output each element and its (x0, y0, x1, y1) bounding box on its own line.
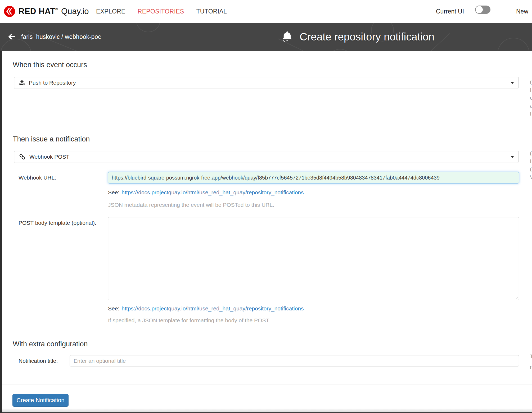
webhook-see-line: See:https://docs.projectquay.io/html/use… (108, 189, 304, 196)
nav-link-tutorial[interactable]: TUTORIAL (196, 8, 227, 15)
clipped-text-fragment: t (530, 364, 531, 371)
chevron-down-icon (511, 156, 514, 158)
quay-logo-icon (4, 6, 15, 17)
nav-link-repositories[interactable]: REPOSITORIES (138, 8, 184, 15)
header-title-group: Create repository notification (282, 23, 434, 51)
breadcrumb[interactable]: faris_huskovic / webhook-poc (21, 33, 101, 40)
page: RED HAT® Quay.io EXPLORE REPOSITORIES TU… (0, 0, 532, 413)
webhook-docs-link[interactable]: https://docs.projectquay.io/html/use_red… (121, 189, 304, 195)
footer-divider (2, 384, 532, 384)
event-select-value: Push to Repository (29, 80, 76, 86)
clipped-text-fragment: I (530, 158, 531, 164)
notification-title-input[interactable] (70, 355, 519, 366)
left-edge-strip (0, 51, 2, 413)
clipped-text-fragment: I (530, 111, 531, 117)
ui-version-toggle[interactable] (475, 6, 490, 14)
clipped-text-fragment: V (530, 174, 532, 180)
clipped-text-fragment: ( (530, 79, 532, 85)
upload-icon (19, 80, 25, 86)
clipped-text-fragment: e (530, 95, 532, 101)
clipped-text-fragment: ( (530, 166, 532, 172)
notification-method-value: Webhook POST (29, 154, 69, 160)
footer-gradient (2, 409, 532, 412)
extra-section-heading: With extra configuration (13, 340, 88, 348)
notification-method-select[interactable]: Webhook POST (14, 151, 519, 163)
nav-link-explore[interactable]: EXPLORE (96, 8, 125, 15)
page-title: Create repository notification (300, 31, 434, 43)
bell-icon (282, 30, 293, 43)
see-prefix: See: (108, 305, 119, 311)
back-arrow-icon[interactable] (8, 33, 15, 40)
post-body-label: POST body template (optional): (19, 220, 96, 226)
post-body-see-line: See:https://docs.projectquay.io/html/use… (108, 305, 304, 312)
see-prefix: See: (108, 189, 119, 195)
post-body-docs-link[interactable]: https://docs.projectquay.io/html/use_red… (121, 305, 304, 311)
create-notification-button[interactable]: Create Notification (12, 394, 69, 407)
post-body-help-text: If specified, a JSON template for format… (108, 317, 269, 324)
notification-title-label: Notification title: (19, 355, 58, 366)
clipped-text-fragment: a (530, 103, 532, 109)
clipped-text-fragment: I (530, 87, 531, 93)
brand-redhat-text: RED HAT® (19, 7, 58, 16)
event-select-caret-button[interactable] (506, 77, 519, 89)
toggle-knob (476, 6, 483, 13)
chevron-down-icon (511, 82, 514, 84)
current-ui-label: Current UI (436, 8, 464, 15)
brand-quay-text: Quay.io (61, 7, 89, 16)
link-icon (19, 153, 26, 160)
clipped-text-fragment: ( (530, 150, 532, 157)
brand[interactable]: RED HAT® Quay.io (4, 0, 89, 23)
nav-links: EXPLORE REPOSITORIES TUTORIAL (96, 0, 227, 23)
page-header: faris_huskovic / webhook-poc Create repo… (0, 23, 532, 51)
notification-method-caret-button[interactable] (506, 151, 519, 163)
event-section-heading: When this event occurs (13, 61, 87, 69)
webhook-url-input[interactable] (108, 172, 519, 183)
post-body-textarea[interactable] (108, 217, 519, 300)
top-navbar: RED HAT® Quay.io EXPLORE REPOSITORIES TU… (0, 0, 532, 23)
webhook-help-text: JSON metadata representing the event wil… (108, 202, 274, 208)
notify-section-heading: Then issue a notification (13, 135, 90, 143)
clipped-text-fragment: T (530, 353, 532, 360)
registered-mark: ® (55, 7, 58, 11)
event-select[interactable]: Push to Repository (14, 77, 519, 89)
header-breadcrumb-group: faris_huskovic / webhook-poc (8, 23, 101, 51)
webhook-url-label: Webhook URL: (19, 172, 56, 183)
bottom-bar (2, 412, 532, 413)
new-ui-label: New (516, 8, 528, 15)
